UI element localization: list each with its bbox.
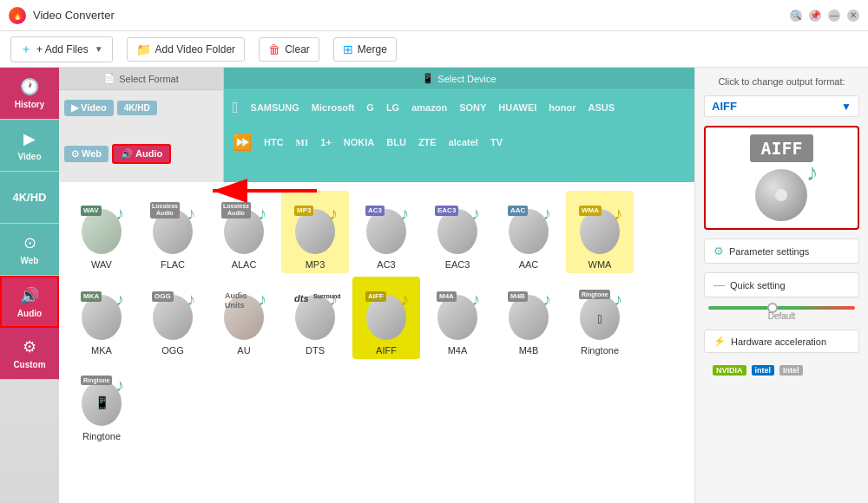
quick-setting-button[interactable]: — Quick setting [704, 272, 859, 297]
hw-acceleration-button[interactable]: ⚡ Hardware acceleration [704, 330, 859, 353]
format-item-alac[interactable]: ♪ LosslessAudio ALAC [210, 191, 278, 273]
add-folder-button[interactable]: 📁 Add Video Folder [127, 37, 246, 62]
close-btn[interactable]: ✕ [847, 10, 859, 22]
click-to-change-label: Click to change output format: [704, 76, 859, 87]
search-title-btn[interactable]: 🔍 [790, 10, 802, 22]
parameter-settings-button[interactable]: ⚙ Parameter settings [704, 238, 859, 264]
merge-button[interactable]: ⊞ Merge [333, 37, 397, 62]
web-format-icon: ⊙ [71, 148, 79, 160]
sidebar-item-web[interactable]: ⊙ Web [0, 224, 59, 276]
alcatel-logo[interactable]: alcatel [449, 137, 478, 147]
video-format-btn[interactable]: ▶ Video [64, 100, 114, 116]
slider-track[interactable] [708, 306, 855, 310]
arrow-logo[interactable]: ⏩ [233, 133, 252, 152]
format-item-mka[interactable]: ♪ MKA MKA [68, 277, 135, 359]
htc-logo[interactable]: HTC [264, 137, 284, 147]
aac-label: AAC [519, 259, 539, 270]
ringtone-android-label: Ringtone [82, 431, 121, 441]
format-item-ac3[interactable]: ♪ AC3 AC3 [352, 191, 420, 273]
aiff-note-icon: ♪ [806, 159, 818, 186]
format-item-ringtone-android[interactable]: ♪ Ringtone 📱 Ringtone [68, 363, 135, 445]
dts-label: DTS [306, 345, 325, 356]
huawei-logo[interactable]: HUAWEI [498, 102, 536, 113]
audio-label: Audio [17, 309, 42, 318]
asus-logo[interactable]: ASUS [588, 102, 615, 113]
add-files-label: + Add Files [36, 43, 89, 56]
sidebar-item-video[interactable]: ▶ Video [0, 120, 59, 172]
web-format-btn[interactable]: ⊙ Web [64, 146, 108, 162]
format-item-eac3[interactable]: ♪ EAC3 EAC3 [424, 191, 491, 273]
video-icon: ▶ [23, 129, 36, 148]
format-item-aiff[interactable]: ♪ AIFF AIFF [352, 277, 420, 359]
add-files-dropdown-icon[interactable]: ▼ [95, 44, 103, 54]
add-files-button[interactable]: ＋ + Add Files ▼ [10, 36, 113, 62]
mi-logo[interactable]: MI [296, 137, 309, 147]
amazon-logo[interactable]: amazon [411, 102, 447, 113]
oneplus-logo[interactable]: 1+ [320, 137, 332, 147]
format-item-m4b[interactable]: ♪ M4B M4B [495, 277, 562, 359]
quality-slider[interactable]: Default [704, 306, 859, 321]
zte-logo[interactable]: ZTE [418, 137, 437, 147]
slider-thumb[interactable] [767, 303, 778, 313]
output-format-select[interactable]: AIFF ▼ [704, 95, 859, 117]
add-folder-label: Add Video Folder [155, 43, 236, 56]
sidebar-item-custom[interactable]: ⚙ Custom [0, 328, 59, 380]
sidebar: 🕐 History ▶ Video 4K/HD ⊙ Web 🔊 Audio ⚙ … [0, 68, 59, 503]
m4a-label: M4A [448, 345, 468, 356]
sidebar-item-hd[interactable]: 4K/HD [0, 172, 59, 224]
samsung-logo[interactable]: SAMSUNG [251, 102, 299, 113]
clear-button[interactable]: 🗑 Clear [259, 37, 319, 62]
web-label: Web [21, 256, 39, 265]
microsoft-logo[interactable]: Microsoft [312, 102, 355, 113]
format-item-aac[interactable]: ♪ AAC AAC [495, 191, 562, 273]
lg-logo[interactable]: LG [386, 102, 399, 113]
apple-logo[interactable]:  [233, 99, 239, 117]
eac3-label: EAC3 [445, 259, 470, 270]
format-item-wma[interactable]: ♪ WMA WMA [566, 191, 634, 273]
format-item-ringtone-apple[interactable]: ♪ Ringtone  Ringtone [566, 277, 634, 359]
pin-title-btn[interactable]: 📌 [809, 10, 821, 22]
merge-icon: ⊞ [343, 42, 353, 56]
format-item-dts[interactable]: ♪ dts Surround DTS [281, 277, 349, 359]
format-item-wav[interactable]: ♪ WAV WAV [68, 191, 135, 273]
honor-logo[interactable]: honor [549, 102, 575, 113]
mka-label: MKA [91, 345, 112, 356]
web-icon: ⊙ [23, 233, 36, 252]
device-col-2: ⏩ HTC MI 1+ NOKIA BLU ZTE alcatel TV [224, 125, 694, 182]
app-icon: 🔥 [9, 7, 26, 24]
ringtone-apple-label: Ringtone [581, 345, 619, 356]
add-files-icon: ＋ [20, 42, 32, 57]
format-col-buttons: ▶ Video 4K/HD [59, 90, 223, 125]
format-doc-icon: 📄 [103, 73, 115, 84]
device-logos-row-2: ⏩ HTC MI 1+ NOKIA BLU ZTE alcatel TV [224, 125, 694, 160]
sidebar-item-audio[interactable]: 🔊 Audio [0, 276, 59, 328]
format-item-au[interactable]: ♪ AudioUnits AU [210, 277, 278, 359]
hd-icon: 4K/HD [12, 191, 46, 204]
sony-logo[interactable]: SONY [459, 102, 486, 113]
nokia-logo[interactable]: NOKIA [344, 137, 374, 147]
blu-logo[interactable]: BLU [386, 137, 406, 147]
google-logo[interactable]: G [366, 102, 374, 113]
sidebar-item-history[interactable]: 🕐 History [0, 68, 59, 120]
title-controls[interactable]: 🔍 📌 — ✕ [790, 10, 859, 22]
hw-accel-label: Hardware acceleration [731, 336, 826, 347]
param-settings-label: Parameter settings [729, 246, 809, 257]
device-icon: 📱 [422, 73, 434, 84]
hd-format-btn[interactable]: 4K/HD [117, 101, 157, 115]
audio-format-btn[interactable]: 🔊 Audio [112, 144, 171, 164]
format-item-mp3[interactable]: ♪ MP3 MP3 [281, 191, 349, 273]
ogg-label: OGG [161, 345, 184, 356]
aiff-label: AIFF [376, 345, 397, 356]
right-panel: Click to change output format: AIFF ▼ AI… [694, 68, 868, 503]
ringtone-android-icon: ♪ Ringtone 📱 [76, 370, 127, 429]
format-item-m4a[interactable]: ♪ M4A M4A [424, 277, 491, 359]
format-preview-box: AIFF ♪ [704, 126, 859, 230]
wav-icon: ♪ WAV [76, 199, 127, 258]
format-item-ogg[interactable]: ♪ OGG OGG [139, 277, 207, 359]
tv-logo[interactable]: TV [490, 137, 503, 147]
minimize-btn[interactable]: — [828, 10, 840, 22]
audio-icon: 🔊 [20, 286, 39, 305]
format-item-flac[interactable]: ♪ LosslessAudio FLAC [139, 191, 207, 273]
device-col-header: 📱 Select Device [224, 68, 694, 90]
nvidia-badge: NVIDIA [713, 365, 746, 376]
